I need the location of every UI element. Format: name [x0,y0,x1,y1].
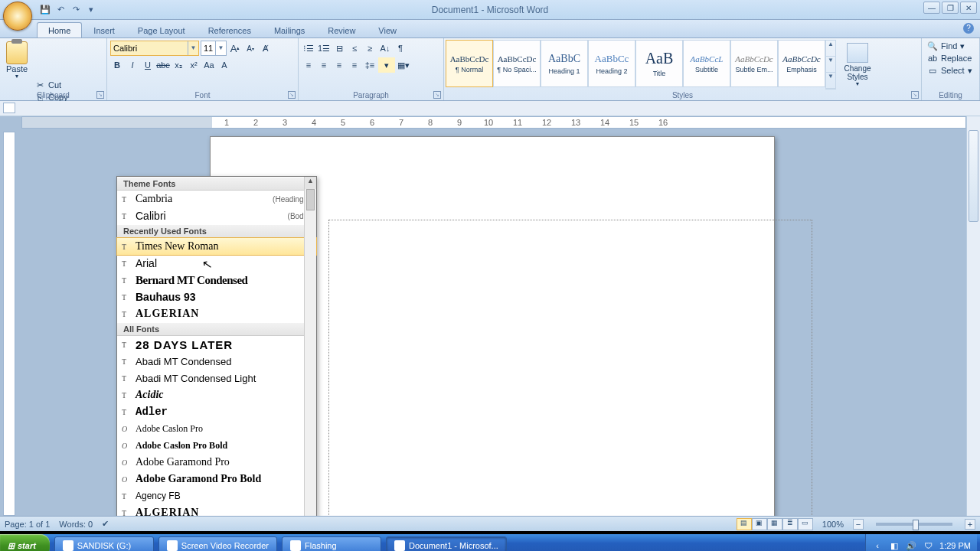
font-color-button[interactable]: A [217,57,231,73]
vertical-scrollbar[interactable] [966,116,980,516]
decrease-indent-button[interactable]: ≤ [348,41,361,56]
italic-button[interactable]: I [126,57,139,73]
shield-icon[interactable]: 🛡 [923,540,933,551]
horizontal-ruler[interactable]: 12345678910111213141516 [21,116,966,129]
chevron-down-icon[interactable]: ▼ [215,41,226,55]
scroll-up-icon[interactable]: ▲ [305,177,316,189]
numbering-button[interactable]: 1☰ [317,41,331,56]
page-status[interactable]: Page: 1 of 1 [5,520,50,529]
font-option-bauhaus-93[interactable]: TBauhaus 93 [117,289,316,305]
qat-more-icon[interactable]: ▾ [84,3,98,17]
scrollbar-thumb[interactable] [306,189,315,210]
cut-button[interactable]: ✂Cut [32,79,103,91]
borders-button[interactable]: ▦▾ [397,57,410,73]
align-center-button[interactable]: ≡ [317,57,331,73]
font-size-combo[interactable]: 11▼ [201,41,227,56]
style-heading-1[interactable]: AaBbCHeading 1 [541,40,588,87]
tray-expand-icon[interactable]: ‹ [872,540,883,551]
taskbar-item[interactable]: Flashing [282,536,381,551]
scroll-up-icon[interactable]: ▲ [826,41,835,57]
font-option-algerian[interactable]: TALGERIAN [117,305,316,322]
ruler-toggle-button[interactable] [3,103,15,113]
vertical-ruler[interactable] [3,132,15,516]
select-button[interactable]: ▭Select ▾ [925,64,976,77]
tab-insert[interactable]: Insert [82,22,126,37]
font-option-algerian[interactable]: TALGERIAN [117,504,316,516]
font-option-abadi-mt-condensed[interactable]: TAbadi MT Condensed [117,353,316,370]
font-option-adobe-garamond-pro[interactable]: OAdobe Garamond Pro [117,454,316,471]
font-option-times-new-roman[interactable]: TTimes New Roman [117,238,316,255]
style-heading-2[interactable]: AaBbCcHeading 2 [588,40,635,87]
tab-references[interactable]: References [197,22,263,37]
font-option-arial[interactable]: TArial [117,255,316,272]
font-option-calibri[interactable]: TCalibri(Body) [117,207,316,224]
taskbar-item[interactable]: Document1 - Microsof... [386,536,507,551]
font-option-cambria[interactable]: TCambria(Headings) [117,191,316,207]
web-layout-view-button[interactable]: ▦ [767,518,782,530]
style-title[interactable]: AaBTitle [635,40,683,87]
font-name-combo[interactable]: Calibri▼ [110,41,199,56]
font-option-28-days-later[interactable]: T28 DAYS LATER [117,336,316,353]
tab-review[interactable]: Review [316,22,367,37]
office-button[interactable] [3,2,32,31]
save-icon[interactable]: 💾 [38,3,52,17]
draft-view-button[interactable]: ▭ [798,518,813,530]
line-spacing-button[interactable]: ‡≡ [363,57,377,73]
font-option-adobe-caslon-pro[interactable]: OAdobe Caslon Pro [117,420,316,437]
font-option-adler[interactable]: TAdler [117,403,316,420]
clear-formatting-button[interactable]: A̸ [259,41,273,56]
help-icon[interactable]: ? [963,23,974,34]
print-layout-view-button[interactable]: ▤ [737,518,752,530]
strike-button[interactable]: abc [156,57,170,73]
word-count[interactable]: Words: 0 [59,520,93,529]
gallery-more-icon[interactable]: ▼ [826,73,835,89]
redo-icon[interactable]: ↷ [69,3,83,17]
full-screen-view-button[interactable]: ▣ [752,518,767,530]
align-right-button[interactable]: ≡ [332,57,346,73]
case-button[interactable]: Aa [202,57,216,73]
clipboard-launcher-icon[interactable]: ↘ [96,91,104,99]
show-marks-button[interactable]: ¶ [394,41,407,56]
chevron-down-icon[interactable]: ▼ [188,41,198,55]
font-option-abadi-mt-condensed-light[interactable]: TAbadi MT Condensed Light [117,370,316,386]
find-button[interactable]: 🔍Find ▾ [925,40,976,52]
font-launcher-icon[interactable]: ↘ [288,91,296,99]
volume-icon[interactable]: 🔊 [906,540,916,551]
font-option-adobe-garamond-pro-bold[interactable]: OAdobe Garamond Pro Bold [117,471,316,487]
bullets-button[interactable]: ⁝☰ [302,41,315,56]
bold-button[interactable]: B [110,57,124,73]
style-emphasis[interactable]: AaBbCcDcEmphasis [778,40,825,87]
minimize-button[interactable]: — [923,2,940,14]
style---no-spaci---[interactable]: AaBbCcDc¶ No Spaci... [493,40,541,87]
close-button[interactable]: ✕ [960,2,977,14]
scroll-down-icon[interactable]: ▼ [826,57,835,73]
sort-button[interactable]: A↓ [378,41,392,56]
clock[interactable]: 1:29 PM [939,541,971,550]
shrink-font-button[interactable]: A▾ [243,41,257,56]
tab-home[interactable]: Home [37,22,82,37]
tab-mailings[interactable]: Mailings [263,22,316,37]
scrollbar-thumb[interactable] [969,130,978,222]
taskbar-item[interactable]: SANDISK (G:) [54,536,154,551]
align-left-button[interactable]: ≡ [302,57,315,73]
style-gallery-scroll[interactable]: ▲▼▼ [825,40,836,90]
styles-launcher-icon[interactable]: ↘ [911,91,919,99]
justify-button[interactable]: ≡ [348,57,361,73]
superscript-button[interactable]: x² [187,57,201,73]
start-button[interactable]: ⊞start [0,534,50,551]
tab-view[interactable]: View [367,22,408,37]
zoom-out-button[interactable]: − [853,519,864,530]
paragraph-launcher-icon[interactable]: ↘ [433,91,441,99]
tab-page-layout[interactable]: Page Layout [126,22,197,37]
paste-button[interactable]: Paste ▼ [3,40,31,79]
increase-indent-button[interactable]: ≥ [363,41,377,56]
style-subtle-em---[interactable]: AaBbCcDcSubtle Em... [730,40,778,87]
maximize-button[interactable]: ❐ [942,2,959,14]
zoom-slider[interactable] [876,523,952,526]
subscript-button[interactable]: x₂ [172,57,185,73]
shading-button[interactable]: ▾ [378,57,395,73]
change-styles-button[interactable]: Change Styles ▼ [839,40,876,87]
grow-font-button[interactable]: A▴ [228,41,242,56]
proofing-icon[interactable]: ✔ [102,519,109,529]
zoom-level[interactable]: 100% [822,520,844,529]
